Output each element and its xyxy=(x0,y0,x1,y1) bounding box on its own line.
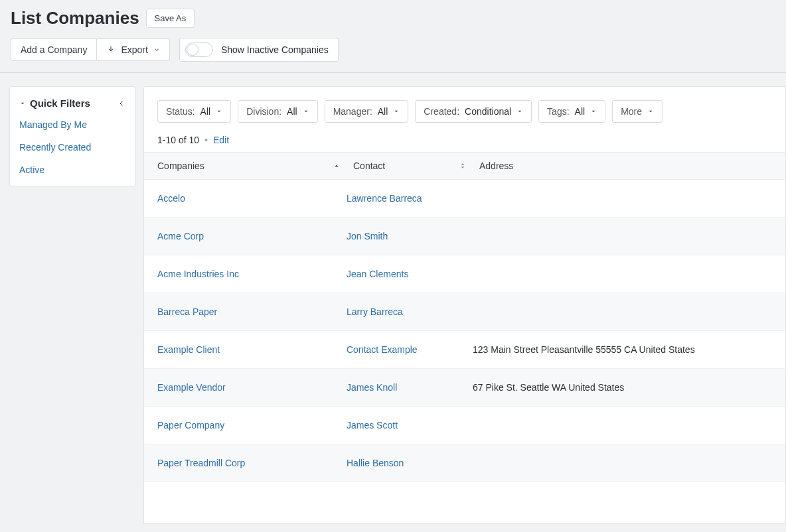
more-filters-button[interactable]: More xyxy=(612,100,663,123)
filter-value: All xyxy=(575,106,586,117)
quick-filter-item[interactable]: Active xyxy=(19,165,125,175)
company-link[interactable]: Accelo xyxy=(144,193,347,204)
filter-value: All xyxy=(200,106,211,117)
table-row: Paper CompanyJames Scott xyxy=(144,407,785,444)
filter-value: All xyxy=(378,106,388,117)
chevron-down-icon xyxy=(590,108,597,115)
company-link[interactable]: Example Vendor xyxy=(144,382,347,393)
contact-link[interactable]: James Scott xyxy=(347,420,473,431)
company-link[interactable]: Acme Corp xyxy=(144,231,347,241)
chevron-down-icon xyxy=(153,46,160,53)
quick-filter-item[interactable]: Recently Created xyxy=(19,142,125,153)
table-row: Example VendorJames Knoll67 Pike St. Sea… xyxy=(144,369,785,407)
add-company-button[interactable]: Add a Company xyxy=(11,38,97,61)
result-count: 1-10 of 10 xyxy=(157,135,199,145)
page-title: List Companies xyxy=(11,8,139,29)
save-as-button[interactable]: Save As xyxy=(146,9,195,28)
filter-value: All xyxy=(287,106,297,117)
toggle-knob xyxy=(187,44,198,56)
toggle-track xyxy=(185,42,213,57)
company-link[interactable]: Example Client xyxy=(144,344,347,355)
sort-asc-icon xyxy=(333,163,340,169)
more-label: More xyxy=(621,106,642,117)
contact-link[interactable]: Jean Clements xyxy=(347,269,473,279)
filter-pill[interactable]: Created: Conditional xyxy=(415,100,532,123)
filter-pill[interactable]: Status: All xyxy=(157,100,231,123)
address-cell: 67 Pike St. Seattle WA United States xyxy=(473,382,785,393)
table-row: Paper Treadmill CorpHallie Benson xyxy=(144,444,785,482)
column-header-contact[interactable]: Contact xyxy=(347,153,473,179)
company-link[interactable]: Barreca Paper xyxy=(144,306,347,317)
table-row: Example ClientContact Example123 Main St… xyxy=(144,331,785,369)
filter-pill[interactable]: Division: All xyxy=(238,100,317,123)
contact-link[interactable]: Lawrence Barreca xyxy=(347,193,473,204)
chevron-down-icon xyxy=(303,108,309,115)
contact-link[interactable]: James Knoll xyxy=(347,382,473,393)
separator-dot: • xyxy=(204,135,208,145)
filter-label: Manager: xyxy=(333,106,372,117)
table-row: AcceloLawrence Barreca xyxy=(144,180,785,218)
collapse-sidebar-icon[interactable] xyxy=(118,99,125,108)
company-link[interactable]: Acme Industries Inc xyxy=(144,269,347,279)
company-link[interactable]: Paper Company xyxy=(144,420,347,431)
chevron-down-icon xyxy=(516,108,523,115)
sort-both-icon xyxy=(459,161,466,170)
column-label: Address xyxy=(479,161,513,171)
quick-filters-sidebar: Quick Filters Managed By MeRecently Crea… xyxy=(9,86,135,186)
table-row: Acme CorpJon Smith xyxy=(144,218,785,255)
chevron-down-icon xyxy=(647,108,654,115)
column-label: Companies xyxy=(157,161,204,171)
table-row: Acme Industries IncJean Clements xyxy=(144,255,785,293)
column-label: Contact xyxy=(353,161,385,171)
column-header-companies[interactable]: Companies xyxy=(144,153,347,179)
export-label: Export xyxy=(121,44,147,55)
quick-filter-item[interactable]: Managed By Me xyxy=(19,119,125,130)
quick-filters-title: Quick Filters xyxy=(30,98,90,109)
column-header-address[interactable]: Address xyxy=(473,153,785,179)
filter-label: Tags: xyxy=(547,106,569,117)
contact-link[interactable]: Larry Barreca xyxy=(347,306,473,317)
filter-pill[interactable]: Manager: All xyxy=(325,100,409,123)
contact-link[interactable]: Jon Smith xyxy=(347,231,473,241)
chevron-down-icon xyxy=(216,108,222,115)
filter-value: Conditional xyxy=(465,106,511,117)
show-inactive-toggle[interactable]: Show Inactive Companies xyxy=(179,38,339,62)
contact-link[interactable]: Hallie Benson xyxy=(347,458,473,468)
download-icon xyxy=(106,45,116,54)
table-row: Barreca PaperLarry Barreca xyxy=(144,293,785,331)
filter-label: Division: xyxy=(246,106,281,117)
chevron-down-icon xyxy=(393,108,400,115)
filter-label: Status: xyxy=(166,106,195,117)
company-link[interactable]: Paper Treadmill Corp xyxy=(144,458,347,468)
filter-pill[interactable]: Tags: All xyxy=(538,100,605,123)
main-content: Status: AllDivision: AllManager: AllCrea… xyxy=(143,86,786,524)
export-button[interactable]: Export xyxy=(97,38,169,61)
filter-label: Created: xyxy=(424,106,459,117)
address-cell: 123 Main Street Pleasantville 55555 CA U… xyxy=(473,344,785,355)
contact-link[interactable]: Contact Example xyxy=(347,344,473,355)
caret-down-icon[interactable] xyxy=(19,100,26,107)
toggle-label: Show Inactive Companies xyxy=(221,44,329,55)
edit-link[interactable]: Edit xyxy=(213,135,229,145)
